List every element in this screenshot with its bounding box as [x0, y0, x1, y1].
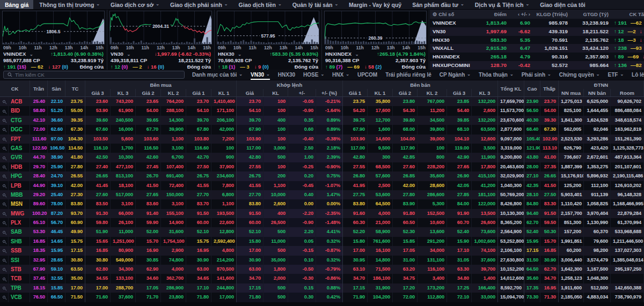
nav-item-d-ch-v-ti-n-ch[interactable]: Dịch vụ & Tiện ích⌄: [470, 0, 535, 9]
ticker-cell[interactable]: HPG: [9, 171, 30, 181]
ask-volume-cell: 122,000: [472, 199, 498, 208]
ticker-cell[interactable]: MSN: [9, 199, 30, 208]
chart-index-name[interactable]: HNXINDEX ⌄: [325, 51, 358, 57]
tab-ph-i-sinh[interactable]: Phái sinh⌄: [522, 70, 551, 80]
ask-volume-cell: 5,300: [418, 199, 447, 208]
nav-item-th-ng-tin-th-tr-ng[interactable]: Thông tin thị trường⌄: [34, 0, 105, 9]
nav-item-giao-d-ch-ti-n[interactable]: Giao dịch tiền⌄: [234, 0, 287, 9]
ticker-cell[interactable]: MWG: [9, 209, 30, 218]
tab-cp-ng-nh[interactable]: CP Ngành⌄: [440, 70, 471, 80]
nav-item-giao-d-ch-c-s-[interactable]: Giao dịch cơ sở⌄: [106, 0, 164, 9]
tab-upcom[interactable]: UPCOM: [357, 70, 377, 80]
tab-th-a-thu-n[interactable]: Thỏa thuận⌄: [479, 70, 514, 80]
reference-value-label: 2004.31: [151, 24, 171, 29]
ask-volume-cell: 13,600: [418, 227, 447, 236]
ticker-cell[interactable]: SHB: [9, 237, 30, 246]
table-row-hpg: HPG28.4024.7026.5526.65813,10026.70691,4…: [0, 171, 644, 181]
ticker-cell[interactable]: CTG: [9, 116, 30, 125]
pin-cell[interactable]: [0, 190, 9, 199]
nav-item-s-n-ph-m-u-t-[interactable]: Sản phẩm đầu tư⌄: [407, 0, 469, 9]
foreign-sell-cell: 92,046: [584, 125, 611, 134]
ask-price-cell: 17.20: [393, 283, 418, 293]
ticker-cell[interactable]: FPT: [9, 135, 30, 144]
index-row-hnxindex[interactable]: HNXINDEX 265.18 4.79 90.316 2,357.903 ↑ …: [430, 53, 644, 61]
pin-cell[interactable]: [0, 256, 9, 265]
ticker-cell[interactable]: GVR: [9, 153, 30, 162]
pin-cell[interactable]: [0, 199, 9, 208]
total-volume-cell: 8,426,800: [498, 199, 524, 208]
ticker-cell[interactable]: GAS: [9, 144, 30, 153]
pin-cell[interactable]: [0, 135, 9, 144]
pin-cell[interactable]: [0, 209, 9, 218]
pin-cell[interactable]: [0, 181, 9, 190]
room-cell: 126,910,202: [611, 181, 644, 190]
tab-vn30[interactable]: VN30⌄: [251, 70, 270, 80]
match-volume-cell: 500: [264, 227, 288, 236]
tab-etf[interactable]: ETF⌄: [608, 70, 624, 80]
nav-item-b-ng-gi-[interactable]: Bảng giá: [0, 0, 33, 9]
ticker-cell[interactable]: VCB: [9, 293, 30, 302]
pin-cell[interactable]: [0, 153, 9, 162]
chart-index-name[interactable]: HNX30 ⌄: [218, 51, 241, 57]
pin-icon: [2, 184, 6, 188]
pin-cell[interactable]: [0, 218, 9, 227]
pin-cell[interactable]: [0, 265, 9, 274]
pin-cell[interactable]: [0, 106, 9, 115]
chart-index-name[interactable]: VN30 ⌄: [111, 51, 130, 57]
pin-cell[interactable]: [0, 274, 9, 283]
pin-cell[interactable]: [0, 293, 9, 302]
ticker-cell[interactable]: BID: [9, 106, 30, 115]
ask-volume-cell: 31,900: [368, 283, 393, 293]
ticker-cell[interactable]: TPB: [9, 283, 30, 293]
main-nav: Bảng giáThông tin thị trường⌄Giao dịch c…: [0, 0, 644, 10]
pin-cell[interactable]: [0, 246, 9, 255]
search-input[interactable]: [15, 72, 180, 78]
index-row-vnindex[interactable]: VNINDEX 1,813.40 6.90 985.978 33,238.919…: [430, 19, 644, 27]
reference-cell: 55.00: [65, 106, 85, 115]
match-price-cell: 103.90: [237, 135, 264, 144]
ticker-cell[interactable]: TCB: [9, 274, 30, 283]
ticker-cell[interactable]: SAB: [9, 227, 30, 236]
nav-item-giao-d-ch-ph-i-sinh[interactable]: Giao dịch phái sinh⌄: [165, 0, 233, 9]
ticker-cell[interactable]: SSI: [9, 256, 30, 265]
tab-ch-ng-quy-n[interactable]: Chứng quyền⌄: [559, 70, 600, 80]
ticker-cell[interactable]: SSB: [9, 246, 30, 255]
tab-danh-m-c-c-a-t-i[interactable]: Danh mục của tôi⌄: [192, 70, 243, 80]
index-row-vnxall[interactable]: VNXALL 2,915.30 6.47 1,029.151 33,424.12…: [430, 44, 644, 53]
tab-hnx30[interactable]: HNX30: [278, 70, 295, 80]
pin-cell[interactable]: [0, 227, 9, 236]
gear-icon[interactable]: ⚙: [433, 11, 437, 17]
col-header: Thấp: [540, 80, 559, 96]
chart-index-name[interactable]: VNINDEX ⌄: [3, 51, 33, 57]
ticker-cell[interactable]: LPB: [9, 181, 30, 190]
ticker-cell[interactable]: PLX: [9, 218, 30, 227]
pin-cell[interactable]: [0, 97, 9, 106]
match-price-cell: 27.55: [237, 162, 264, 171]
ticker-cell[interactable]: DGC: [9, 125, 30, 134]
tab-tr-i-phi-u-ri-ng-l-[interactable]: Trái phiếu riêng lẻ: [385, 70, 431, 80]
tab-hnx[interactable]: HNX⌄: [332, 70, 349, 80]
tab-l-l-[interactable]: Lô lẻ⌄: [632, 70, 644, 80]
pin-cell[interactable]: [0, 162, 9, 171]
ask-price-cell: 17.15: [343, 283, 368, 293]
ticker-cell[interactable]: MBB: [9, 190, 30, 199]
ticker-cell[interactable]: HDB: [9, 162, 30, 171]
index-row-hnxupcomini[interactable]: HNXUPCOMINI 128.70 -0.42 52.572 985.664 …: [430, 61, 644, 70]
nav-item-giao-di-n-c-a-t-i[interactable]: Giao diện của tôi: [535, 0, 590, 9]
pin-cell[interactable]: [0, 283, 9, 293]
pin-cell[interactable]: [0, 171, 9, 181]
ticker-cell[interactable]: ACB: [9, 97, 30, 106]
pin-cell[interactable]: [0, 116, 9, 125]
pin-cell[interactable]: [0, 144, 9, 153]
pin-cell[interactable]: [0, 237, 9, 246]
pin-cell[interactable]: [0, 125, 9, 134]
search-box[interactable]: [3, 71, 185, 79]
index-row-hnx30[interactable]: HNX30 583.30 5.35 70.591 2,135.762 ↑ 18—…: [430, 36, 644, 44]
pin-icon: [2, 267, 6, 271]
nav-item-qu-n-l-t-i-s-n[interactable]: Quản lý tài sản⌄: [288, 0, 343, 9]
nav-item-margin-vay-k-qu-[interactable]: Margin - Vay ký quỹ: [344, 0, 406, 9]
ticker-cell[interactable]: STB: [9, 265, 30, 274]
index-row-vn30[interactable]: VN30 1,997.69 -6.62 439.319 18,211.522 ↑…: [430, 27, 644, 36]
ask-price-cell: 60.50: [393, 218, 418, 227]
tab-hose[interactable]: HOSE⌄: [303, 70, 324, 80]
